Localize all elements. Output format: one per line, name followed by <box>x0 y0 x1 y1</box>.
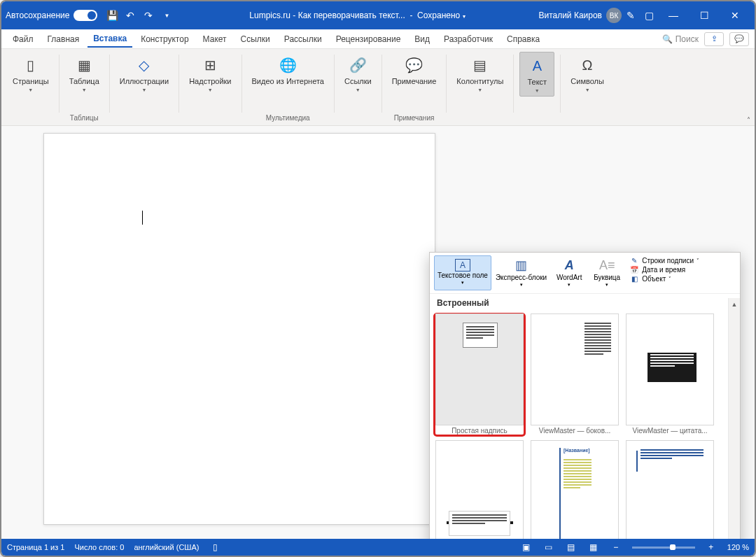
table-button[interactable]: ▦ Таблица ▼ <box>65 52 104 95</box>
text-icon: A <box>526 55 547 76</box>
zoom-slider[interactable] <box>632 547 695 549</box>
textbox-gallery: Простая надпись ViewMaster — боков... Vi… <box>430 311 740 539</box>
gallery-scrollbar[interactable]: ▲ ▼ <box>728 298 740 539</box>
dropcap-icon: A≡ <box>598 258 616 274</box>
tab-view[interactable]: Вид <box>409 31 435 47</box>
comments-button[interactable]: 💬 <box>729 32 749 46</box>
gallery-item-simple[interactable]: Простая надпись <box>434 313 525 436</box>
autosave-toggle[interactable] <box>74 10 97 21</box>
web-layout-icon[interactable]: ▦ <box>587 542 600 552</box>
text-button[interactable]: A Текст ▼ <box>519 52 554 97</box>
globe-icon: 🌐 <box>277 55 298 76</box>
maximize-button[interactable]: ☐ <box>689 1 720 29</box>
collapse-ribbon-icon[interactable]: ˄ <box>747 116 750 124</box>
focus-mode-icon[interactable]: ▣ <box>520 542 533 552</box>
tab-mailings[interactable]: Рассылки <box>279 31 328 47</box>
tab-references[interactable]: Ссылки <box>235 31 276 47</box>
link-icon: 🔗 <box>347 55 368 76</box>
object-icon: ◧ <box>629 275 639 283</box>
textbox-icon: A <box>455 259 470 272</box>
page-status[interactable]: Страница 1 из 1 <box>7 543 64 551</box>
undo-icon[interactable]: ↶ <box>122 8 138 23</box>
symbols-button[interactable]: Ω Символы ▼ <box>566 52 608 95</box>
shapes-icon: ◇ <box>134 55 155 76</box>
gallery-item-sideline-quote[interactable]: Боковая линия (цита... <box>624 440 715 539</box>
online-video-button[interactable]: 🌐 Видео из Интернета <box>248 52 328 89</box>
titlebar: Автосохранение 💾 ↶ ↷ ▼ Lumpics.ru - Как … <box>1 1 755 29</box>
user-account[interactable]: Виталий Каиров ВК <box>538 8 622 23</box>
zoom-out-icon[interactable]: − <box>610 542 622 552</box>
group-multimedia-label: Мультимедиа <box>266 113 310 124</box>
tab-help[interactable]: Справка <box>501 31 545 47</box>
document-title: Lumpics.ru - Как переворачивать текст...… <box>176 10 538 20</box>
close-button[interactable]: ✕ <box>720 1 750 29</box>
tab-layout[interactable]: Макет <box>197 31 232 47</box>
tab-home[interactable]: Главная <box>42 31 85 47</box>
illustrations-button[interactable]: ◇ Иллюстрации ▼ <box>115 52 173 95</box>
status-bar: Страница 1 из 1 Число слов: 0 английский… <box>1 539 755 556</box>
pen-mode-icon[interactable]: ✎ <box>623 8 638 23</box>
comment-icon: 💬 <box>404 55 425 76</box>
page[interactable] <box>43 133 435 525</box>
text-cursor <box>142 211 143 225</box>
wordart-button[interactable]: A WordArt▾ <box>551 255 587 290</box>
datetime-button[interactable]: 📅Дата и время <box>629 266 699 274</box>
comment-button[interactable]: 💬 Примечание <box>388 52 441 89</box>
ribbon: ▯ Страницы ▼ ▦ Таблица ▼ Таблицы <box>1 49 755 126</box>
header-footer-button[interactable]: ▤ Колонтитулы ▼ <box>452 52 507 95</box>
tab-review[interactable]: Рецензирование <box>330 31 407 47</box>
language-status[interactable]: английский (США) <box>134 543 199 551</box>
tab-design[interactable]: Конструктор <box>135 31 194 47</box>
omega-icon: Ω <box>577 55 598 76</box>
ribbon-tabs: Файл Главная Вставка Конструктор Макет С… <box>1 29 755 49</box>
zoom-level[interactable]: 120 % <box>727 543 749 551</box>
share-button[interactable]: ⇪ <box>704 32 724 46</box>
addins-button[interactable]: ⊞ Надстройки ▼ <box>185 52 235 95</box>
textbox-button[interactable]: A Текстовое поле▾ <box>434 255 491 290</box>
redo-icon[interactable]: ↷ <box>141 8 156 23</box>
macro-record-icon[interactable]: ▯ <box>209 542 221 552</box>
tab-developer[interactable]: Разработчик <box>438 31 498 47</box>
dropcap-button: A≡ Буквица▾ <box>589 255 625 290</box>
read-mode-icon[interactable]: ▭ <box>542 542 555 552</box>
word-count[interactable]: Число слов: 0 <box>74 543 124 551</box>
autosave-label: Автосохранение <box>6 10 69 20</box>
group-comments-label: Примечания <box>394 113 435 124</box>
zoom-in-icon[interactable]: + <box>705 542 718 552</box>
text-dropdown-panel: A Текстовое поле▾ ▥ Экспресс-блоки▾ A Wo… <box>429 252 741 539</box>
table-icon: ▦ <box>74 55 94 76</box>
search-icon: 🔍 <box>662 34 673 44</box>
group-tables-label: Таблицы <box>70 113 99 124</box>
save-icon[interactable]: 💾 <box>104 8 120 23</box>
tab-insert[interactable]: Вставка <box>88 31 132 48</box>
ribbon-mode-icon[interactable]: ▢ <box>641 8 657 23</box>
document-area: A Текстовое поле▾ ▥ Экспресс-блоки▾ A Wo… <box>1 126 755 539</box>
builtin-header: Встроенный <box>430 294 740 311</box>
object-button[interactable]: ◧Объект ˅ <box>629 275 699 283</box>
quickparts-button[interactable]: ▥ Экспресс-блоки▾ <box>493 255 550 290</box>
calendar-icon: 📅 <box>629 266 639 274</box>
header-footer-icon: ▤ <box>470 55 491 76</box>
gallery-item-vm-quote2[interactable]: ViewMaster — цитата... <box>434 440 525 539</box>
scroll-up-icon[interactable]: ▲ <box>729 298 740 310</box>
qat-dropdown-icon[interactable]: ▼ <box>159 8 174 23</box>
minimize-button[interactable]: — <box>658 1 689 29</box>
gallery-item-sideline-side[interactable]: [Название] Боковая линия (боко... <box>529 440 620 539</box>
pages-button[interactable]: ▯ Страницы ▼ <box>8 52 53 95</box>
gallery-item-vm-side[interactable]: ViewMaster — боков... <box>529 313 620 436</box>
avatar: ВК <box>606 8 622 23</box>
signature-icon: ✎ <box>629 257 639 265</box>
print-layout-icon[interactable]: ▤ <box>565 542 578 552</box>
search-input[interactable]: 🔍 Поиск <box>662 34 699 44</box>
addins-icon: ⊞ <box>200 55 220 76</box>
tab-file[interactable]: Файл <box>7 31 39 47</box>
signature-line-button[interactable]: ✎Строки подписи ˅ <box>629 257 699 265</box>
links-button[interactable]: 🔗 Ссылки ▼ <box>340 52 376 95</box>
gallery-item-vm-quote[interactable]: ViewMaster — цитата... <box>624 313 715 436</box>
wordart-icon: A <box>560 258 578 274</box>
quickparts-icon: ▥ <box>512 258 531 274</box>
page-icon: ▯ <box>20 55 41 76</box>
